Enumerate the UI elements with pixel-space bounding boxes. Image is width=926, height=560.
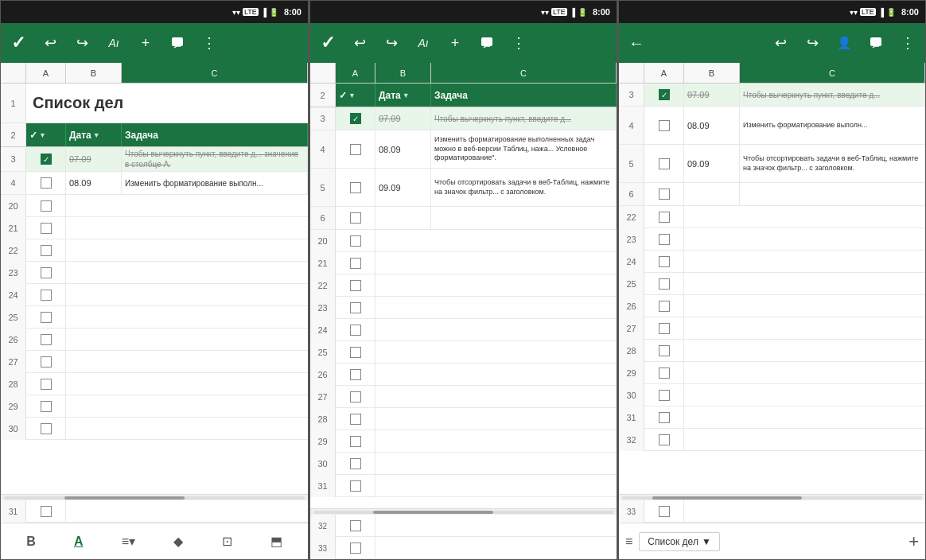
border-button-1[interactable]: ⊡ [222,534,232,549]
col-header-c-2[interactable]: C [431,63,617,83]
header-date-2: Дата ▼ [375,84,431,107]
cb-21-1[interactable] [41,223,52,234]
scrollbar-track-2[interactable] [313,511,613,514]
task-text-4-3: Изменить форматирование выполн... [743,121,868,130]
toolbar-1: ✓ ↩ ↪ Aı + ⋮ [1,23,308,63]
col-header-a-2[interactable]: A [336,63,375,83]
filter-icon-b2[interactable]: ▼ [403,91,410,99]
bold-button-1[interactable]: B [26,535,36,549]
redo-button-1[interactable]: ↪ [71,32,93,54]
font-color-button-1[interactable]: A [74,535,84,549]
task-text-3-2: Чтобы вычеркнуть пункт, введите д... [434,114,571,124]
er-28-2: 28 [310,408,617,430]
filter-icon-a1[interactable]: ▼ [39,131,46,139]
cb-28-1[interactable] [41,379,52,390]
empty-row-24-1: 24 [1,284,308,306]
empty-row-25-1: 25 [1,306,308,329]
col-header-c-3[interactable]: C [740,63,925,83]
checkbox-4-3[interactable] [659,120,670,131]
scrollbar-thumb-2[interactable] [373,511,493,514]
er-29-2: 29 [310,430,617,453]
col-header-b-2[interactable]: B [375,63,431,83]
lte-icon-1: LTE [243,8,259,16]
checkbox-cell-4-2[interactable] [336,130,375,168]
merge-button-1[interactable]: ⬒ [270,534,282,549]
cb-22-1[interactable] [41,245,52,256]
task-cell-5-3: Чтобы отсортировать задачи в веб-Таблиц,… [740,145,925,182]
scrollbar-1[interactable] [1,494,308,500]
checkbox-3-3[interactable]: ✓ [659,89,670,100]
scrollbar-2[interactable] [310,508,617,515]
format-button-2[interactable]: Aı [412,32,434,54]
more-button-1[interactable]: ⋮ [198,32,220,54]
row-num-3-3: 3 [619,84,644,106]
scrollbar-thumb-1[interactable] [64,496,185,500]
checkbox-cell-3-3[interactable]: ✓ [644,84,684,106]
check-button-1[interactable]: ✓ [7,32,29,54]
col-header-b-3[interactable]: B [684,63,740,83]
lte-icon-3: LTE [860,8,876,16]
sheet-menu-icon-3[interactable]: ≡ [625,535,632,549]
check-icon-h1: ✓ [29,130,37,141]
cb-6-2[interactable] [350,212,361,224]
data-row-5-3: 5 09.09 Чтобы отсортировать задачи в веб… [619,145,925,183]
sheet-add-button-3[interactable]: + [908,531,919,552]
add-button-2[interactable]: + [444,32,466,54]
cb-23-1[interactable] [41,267,52,278]
cb-20-1[interactable] [41,200,52,212]
cb-25-1[interactable] [41,312,52,323]
checkbox-5-2[interactable] [350,182,361,193]
er-22-2: 22 [310,274,617,297]
col-header-a-3[interactable]: A [644,63,684,83]
checkbox-4-1[interactable] [41,177,52,189]
add-person-button-3[interactable]: 👤 [833,32,855,54]
more-button-3[interactable]: ⋮ [897,32,919,54]
scrollbar-3[interactable] [619,494,925,500]
checkbox-3-2[interactable]: ✓ [350,113,361,124]
cb-27-1[interactable] [41,356,52,368]
back-button-3[interactable]: ← [625,32,648,54]
checkbox-cell-5-3[interactable] [644,145,684,182]
checkbox-cell-3-1[interactable]: ✓ [26,147,66,171]
filter-icon-a2[interactable]: ▼ [348,91,356,99]
checkbox-cell-4-1[interactable] [26,172,66,194]
add-button-1[interactable]: + [134,32,157,54]
redo-button-3[interactable]: ↪ [801,32,823,54]
scrollbar-thumb-3[interactable] [652,496,803,500]
cb-29-1[interactable] [41,401,52,412]
more-button-2[interactable]: ⋮ [508,32,530,54]
checkbox-cell-3-2[interactable]: ✓ [336,107,375,130]
checkbox-3-1[interactable]: ✓ [41,154,52,165]
checkbox-5-3[interactable] [659,158,670,169]
undo-button-1[interactable]: ↩ [39,32,61,54]
col-header-b-1[interactable]: B [66,63,122,83]
scrollbar-track-3[interactable] [622,496,922,500]
header-row-1: 2 ✓ ▼ Дата ▼ Задача [1,123,308,147]
format-button-1[interactable]: Aı [103,32,125,54]
sheet-tab-3[interactable]: Список дел ▼ [639,532,719,551]
sheet-tab-dropdown-icon-3[interactable]: ▼ [702,536,711,547]
comment-button-1[interactable] [166,32,189,54]
redo-button-2[interactable]: ↪ [380,32,403,54]
filter-icon-b1[interactable]: ▼ [93,131,100,139]
row-num-6-2: 6 [310,207,336,229]
comment-button-3[interactable] [865,32,887,54]
align-button-1[interactable]: ≡▾ [122,534,135,549]
er-31-2: 31 [310,475,617,497]
checkbox-4-2[interactable] [350,144,361,155]
fill-color-button-1[interactable]: ◆ [173,534,183,549]
col-header-a-1[interactable]: A [26,63,66,83]
cb-26-1[interactable] [41,334,52,345]
checkbox-cell-5-2[interactable] [336,169,375,206]
checkbox-cell-4-3[interactable] [644,107,684,144]
cb-24-1[interactable] [41,290,52,301]
cb-30-1[interactable] [41,423,52,434]
col-header-c-1[interactable]: C [122,63,308,83]
check-button-2[interactable]: ✓ [317,32,339,54]
undo-button-3[interactable]: ↩ [769,32,792,54]
scrollbar-track-1[interactable] [4,496,305,500]
undo-button-2[interactable]: ↩ [348,32,371,54]
empty-row-20-1: 20 [1,195,308,217]
comment-button-2[interactable] [476,32,498,54]
cb-31-1[interactable] [41,506,52,517]
